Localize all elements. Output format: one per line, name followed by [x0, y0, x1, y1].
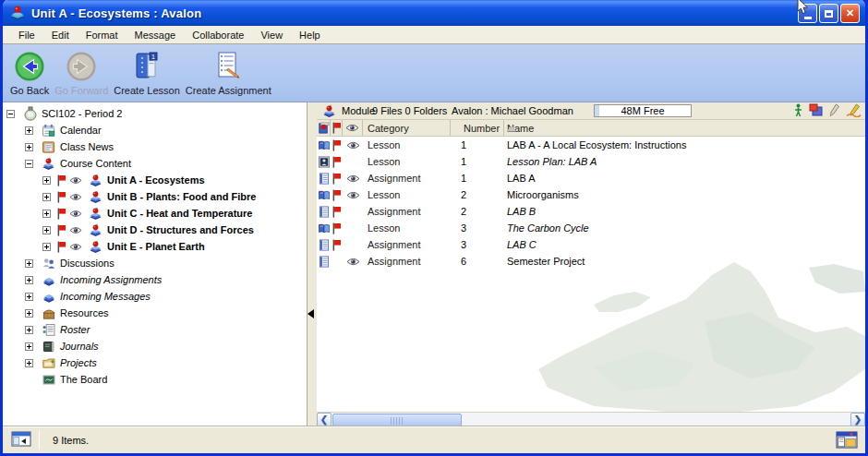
go-back-button[interactable]: Go Back	[8, 48, 51, 97]
expand-box-icon[interactable]	[42, 193, 51, 201]
menu-file[interactable]: File	[10, 28, 43, 42]
mouse-cursor	[796, 0, 808, 18]
expand-box-icon[interactable]	[42, 243, 51, 251]
course-tree: SCI102 - Period 2CalendarClass NewsCours…	[3, 102, 307, 426]
file-list: Lesson1LAB A - A Local Ecosystem: Instru…	[317, 137, 865, 412]
tree-item[interactable]: Calendar	[3, 122, 307, 138]
tree-item[interactable]: Unit C - Heat and Temperature	[3, 205, 307, 222]
module-type-label: Module	[342, 105, 375, 116]
tree-item[interactable]: Unit B - Plants: Food and Fibre	[3, 188, 307, 205]
expand-box-icon[interactable]	[25, 259, 33, 268]
tree-item[interactable]: Unit A - Ecosystems	[3, 172, 307, 188]
horizontal-scrollbar[interactable]: ❮ ❯	[317, 412, 865, 426]
tree-item[interactable]: Discussions	[3, 255, 307, 271]
column-number[interactable]: Number	[451, 120, 504, 136]
column-category[interactable]: Category	[363, 120, 451, 136]
slideshow-icon	[317, 153, 331, 170]
collapse-tree-arrow-icon[interactable]	[307, 309, 314, 318]
tree-item[interactable]: Unit E - Planet Earth	[3, 238, 307, 255]
expand-box-icon[interactable]	[25, 309, 33, 318]
row-category: Lesson	[363, 137, 451, 153]
pencil-icon[interactable]	[829, 103, 840, 119]
row-category: Lesson	[363, 153, 451, 170]
tree-item[interactable]: Journals	[3, 338, 307, 354]
title-bar[interactable]: Unit A - Ecosystems : Avalon ✕	[3, 0, 865, 26]
file-row[interactable]: Assignment3LAB C	[317, 236, 865, 253]
tree-item[interactable]: Projects	[3, 354, 307, 371]
expand-box-icon[interactable]	[42, 226, 51, 234]
notebook-icon	[317, 170, 331, 186]
file-row[interactable]: Lesson1LAB A - A Local Ecosystem: Instru…	[317, 137, 865, 153]
tree-item-label: Journals	[60, 341, 99, 352]
expand-box-icon[interactable]	[42, 176, 51, 185]
tree-item-label: Unit D - Structures and Forces	[107, 224, 254, 235]
free-space-label: 48M Free	[621, 105, 664, 116]
menu-view[interactable]: View	[252, 28, 291, 42]
collapse-box-icon[interactable]	[25, 160, 33, 168]
scroll-left-icon[interactable]: ❮	[317, 413, 332, 427]
tree-item[interactable]: Incoming Assignments	[3, 271, 307, 288]
signature-pencil-icon[interactable]	[846, 103, 862, 119]
expand-box-icon[interactable]	[25, 143, 33, 151]
file-row[interactable]: Lesson1Lesson Plan: LAB A	[317, 153, 865, 170]
menu-collaborate[interactable]: Collaborate	[184, 28, 252, 42]
notebook-icon	[317, 236, 331, 253]
row-name: LAB A	[504, 170, 865, 186]
layers-icon[interactable]	[808, 103, 824, 119]
apple-books-icon	[88, 222, 103, 237]
collapse-box-icon[interactable]	[6, 110, 15, 118]
tree-item[interactable]: Resources	[3, 305, 307, 321]
eye-icon	[343, 153, 363, 170]
pane-splitter[interactable]	[307, 102, 317, 426]
expand-box-icon[interactable]	[25, 359, 33, 367]
tree-item[interactable]: Course Content	[3, 155, 307, 172]
file-row[interactable]: Assignment1LAB A	[317, 170, 865, 186]
tree-item[interactable]: SCI102 - Period 2	[3, 105, 307, 122]
panel-toggle-icon[interactable]	[11, 431, 31, 450]
column-eye-icon[interactable]	[343, 120, 363, 136]
file-row[interactable]: Assignment2LAB B	[317, 203, 865, 220]
expand-box-icon[interactable]	[25, 126, 33, 135]
expand-box-icon[interactable]	[25, 293, 33, 301]
flag-icon	[54, 208, 67, 220]
tree-item[interactable]: Unit D - Structures and Forces	[3, 222, 307, 238]
row-number: 3	[451, 220, 504, 236]
person-icon[interactable]	[794, 103, 802, 119]
menu-edit[interactable]: Edit	[43, 28, 78, 42]
scroll-right-icon[interactable]: ❯	[850, 413, 865, 427]
file-row[interactable]: Lesson3The Carbon Cycle	[317, 220, 865, 236]
tree-item[interactable]: Roster	[3, 321, 307, 338]
row-category: Lesson	[363, 220, 451, 236]
tree-item[interactable]: The Board	[3, 371, 307, 388]
sort-asc-icon	[507, 126, 516, 131]
create-lesson-button[interactable]: 1 Create Lesson	[112, 48, 182, 97]
form-window-icon[interactable]	[836, 431, 858, 450]
eye-icon	[69, 176, 82, 185]
column-name[interactable]: Name	[504, 120, 865, 136]
close-button[interactable]: ✕	[840, 4, 860, 23]
expand-box-icon[interactable]	[25, 326, 33, 334]
tree-item-label: Unit A - Ecosystems	[107, 174, 205, 186]
menu-format[interactable]: Format	[78, 28, 127, 42]
scrollbar-thumb[interactable]	[332, 414, 462, 426]
expand-box-icon[interactable]	[25, 342, 33, 351]
server-user-label: Avalon : Michael Goodman	[452, 105, 573, 116]
expand-box-icon[interactable]	[42, 210, 51, 218]
file-row[interactable]: Lesson2Microorganisms	[317, 186, 865, 203]
menu-help[interactable]: Help	[291, 28, 329, 42]
file-row[interactable]: Assignment6Semester Project	[317, 253, 865, 270]
flag-icon	[54, 174, 67, 186]
column-flag-icon[interactable]	[331, 120, 343, 136]
flag-icon	[54, 191, 67, 203]
flag-icon	[331, 236, 343, 253]
create-assignment-button[interactable]: Create Assignment	[184, 48, 273, 97]
tree-item-label: Class News	[60, 141, 114, 152]
column-item-icon[interactable]	[317, 120, 331, 136]
tree-item[interactable]: Incoming Messages	[3, 288, 307, 305]
menu-message[interactable]: Message	[127, 28, 185, 42]
book-open-icon	[317, 186, 331, 203]
expand-spacer	[25, 376, 33, 384]
expand-box-icon[interactable]	[25, 276, 33, 284]
maximize-button[interactable]	[819, 4, 838, 23]
tree-item[interactable]: Class News	[3, 138, 307, 155]
